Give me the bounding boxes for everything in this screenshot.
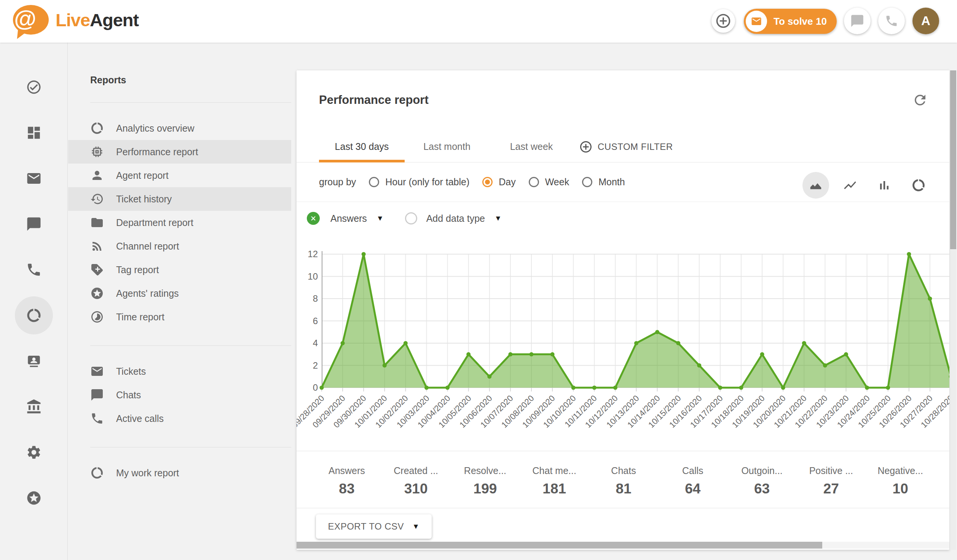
- group-by-option-week[interactable]: Week: [529, 177, 569, 188]
- sidebar-item-ticket-history[interactable]: Ticket history: [68, 187, 291, 211]
- data-point[interactable]: [592, 386, 597, 390]
- sidebar-item-analytics-overview[interactable]: Analytics overview: [68, 116, 291, 140]
- stat-label: Calls: [658, 465, 727, 476]
- stat-label: Created ...: [381, 465, 451, 476]
- data-point[interactable]: [823, 363, 827, 368]
- tag-icon: [90, 263, 104, 277]
- refresh-button[interactable]: [912, 92, 928, 108]
- bar-chart-button[interactable]: [871, 172, 898, 199]
- answers-series-chip[interactable]: ✕ Answers ▼: [307, 212, 384, 225]
- rail-item-reports[interactable]: [15, 296, 53, 334]
- data-point[interactable]: [760, 352, 764, 356]
- data-point[interactable]: [907, 252, 911, 256]
- sidebar-item-my-work-report[interactable]: My work report: [68, 461, 291, 485]
- rail-item-chats[interactable]: [15, 205, 53, 243]
- rail-item-settings[interactable]: [15, 433, 53, 471]
- data-point[interactable]: [383, 363, 387, 368]
- rail-item-calls[interactable]: [15, 251, 53, 289]
- rail-item-tickets[interactable]: [15, 159, 53, 197]
- chats-quick-button[interactable]: [844, 8, 871, 34]
- data-point[interactable]: [886, 386, 890, 390]
- logo-speech-bubble-icon: @: [13, 5, 49, 35]
- remove-series-icon[interactable]: ✕: [307, 212, 320, 225]
- data-point[interactable]: [697, 363, 701, 368]
- stat-label: Outgoin...: [727, 465, 797, 476]
- group-by-option-label: Hour (only for table): [385, 177, 469, 188]
- sidebar-item-channel-report[interactable]: Channel report: [68, 234, 291, 258]
- to-solve-button[interactable]: To solve 10: [744, 9, 837, 34]
- data-point[interactable]: [613, 386, 617, 390]
- data-point[interactable]: [550, 352, 555, 356]
- data-point[interactable]: [320, 386, 324, 390]
- rail-item-company[interactable]: [15, 388, 53, 426]
- vertical-scrollbar-thumb[interactable]: [950, 70, 956, 249]
- horizontal-scrollbar[interactable]: [297, 542, 949, 549]
- data-point[interactable]: [508, 352, 512, 356]
- group-by-option-hour-only-for-table[interactable]: Hour (only for table): [369, 177, 469, 188]
- sidebar-item-tickets[interactable]: Tickets: [68, 360, 291, 383]
- sidebar-item-active-calls[interactable]: Active calls: [68, 407, 291, 430]
- sidebar-item-agents-ratings[interactable]: Agents' ratings: [68, 282, 291, 305]
- rail-item-customers[interactable]: [15, 342, 53, 380]
- rail-item-tasks[interactable]: [15, 68, 53, 106]
- stat-label: Negative...: [866, 465, 935, 476]
- add-new-button[interactable]: [711, 9, 735, 33]
- line-chart-button[interactable]: [837, 172, 863, 199]
- divider: [297, 451, 949, 451]
- data-point[interactable]: [676, 341, 680, 345]
- data-point[interactable]: [404, 341, 408, 345]
- stat-outgoin: Outgoin...63: [727, 455, 797, 497]
- sidebar-item-chats[interactable]: Chats: [68, 383, 291, 407]
- data-point[interactable]: [341, 341, 345, 345]
- folder-icon: [90, 216, 104, 229]
- tab-last-month[interactable]: Last month: [405, 131, 489, 162]
- custom-filter-button[interactable]: CUSTOM FILTER: [579, 131, 673, 162]
- sidebar-item-performance-report[interactable]: Performance report: [68, 140, 291, 164]
- group-by-option-label: Month: [598, 177, 625, 188]
- data-point[interactable]: [739, 386, 743, 390]
- data-point[interactable]: [865, 386, 869, 390]
- data-point[interactable]: [844, 352, 848, 356]
- liveagent-logo: @ LiveAgent: [13, 5, 139, 35]
- data-point[interactable]: [362, 252, 366, 256]
- tab-label: Last month: [423, 141, 471, 152]
- data-point[interactable]: [781, 386, 785, 390]
- rail-item-dashboard[interactable]: [15, 114, 53, 152]
- icon-rail: [0, 43, 68, 560]
- person-icon: [90, 169, 104, 182]
- vertical-scrollbar[interactable]: [950, 70, 956, 550]
- data-point[interactable]: [424, 386, 429, 390]
- data-point[interactable]: [634, 341, 638, 345]
- sidebar-item-time-report[interactable]: Time report: [68, 305, 291, 329]
- data-point[interactable]: [802, 341, 806, 345]
- horizontal-scrollbar-thumb[interactable]: [297, 542, 822, 549]
- data-point[interactable]: [466, 352, 471, 356]
- area-chart-button[interactable]: [802, 172, 829, 199]
- sidebar-item-agent-report[interactable]: Agent report: [68, 164, 291, 187]
- data-point[interactable]: [571, 386, 576, 390]
- calls-quick-button[interactable]: [878, 8, 905, 34]
- stat-label: Chats: [589, 465, 658, 476]
- data-point[interactable]: [655, 330, 659, 334]
- tab-last-week[interactable]: Last week: [489, 131, 574, 162]
- sidebar-item-label: My work report: [116, 468, 179, 479]
- data-point[interactable]: [530, 352, 534, 356]
- sidebar-item-tag-report[interactable]: Tag report: [68, 258, 291, 282]
- group-by-option-month[interactable]: Month: [582, 177, 625, 188]
- tab-last-30-days[interactable]: Last 30 days: [319, 131, 405, 162]
- stat-chats: Chats81: [589, 455, 658, 497]
- data-point[interactable]: [718, 386, 722, 390]
- avatar[interactable]: A: [912, 8, 939, 34]
- sidebar-item-department-report[interactable]: Department report: [68, 211, 291, 234]
- group-by-label: group by: [319, 177, 356, 188]
- data-point[interactable]: [445, 386, 450, 390]
- group-by-option-day[interactable]: Day: [482, 177, 515, 188]
- data-point[interactable]: [487, 374, 491, 379]
- rail-item-ratings[interactable]: [15, 479, 53, 517]
- data-point[interactable]: [928, 297, 932, 301]
- sidebar-item-label: Tickets: [116, 366, 146, 377]
- export-to-csv-button[interactable]: EXPORT TO CSV ▼: [316, 514, 432, 539]
- donut-chart-button[interactable]: [905, 172, 932, 199]
- export-label: EXPORT TO CSV: [328, 521, 404, 532]
- add-data-type-button[interactable]: Add data type ▼: [384, 212, 502, 224]
